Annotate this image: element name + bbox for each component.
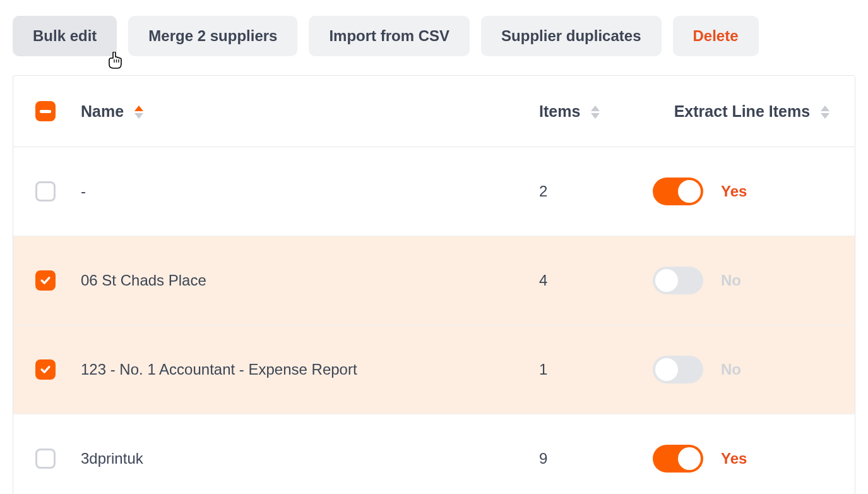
column-header-extract-label: Extract Line Items [674,102,810,120]
extract-toggle[interactable] [653,178,703,205]
column-header-items[interactable]: Items [526,76,653,147]
column-header-name-label: Name [81,102,124,120]
column-header-name[interactable]: Name [68,76,526,147]
minus-icon [40,110,51,113]
column-header-extract[interactable]: Extract Line Items [653,76,855,147]
extract-line-items-cell: No [653,267,842,294]
supplier-name: 06 St Chads Place [68,236,526,325]
supplier-name: 123 - No. 1 Accountant - Expense Report [68,325,526,414]
toolbar: Bulk edit Merge 2 suppliers Import from … [13,16,855,56]
table-row: 123 - No. 1 Accountant - Expense Report1… [13,325,855,414]
extract-toggle-label: Yes [721,183,747,200]
table-row: 3dprintuk9Yes [13,414,855,495]
table-row: 06 St Chads Place4No [13,236,855,325]
delete-button[interactable]: Delete [673,16,759,56]
row-checkbox[interactable] [35,359,56,380]
supplier-items-count: 9 [526,414,653,495]
table-row: -2Yes [13,147,855,236]
toggle-knob [678,447,701,470]
supplier-name: - [68,147,526,236]
extract-toggle[interactable] [653,267,703,294]
row-checkbox[interactable] [35,270,56,291]
toggle-knob [655,358,678,381]
bulk-edit-button[interactable]: Bulk edit [13,16,117,56]
sort-icon [134,105,143,119]
sort-icon [821,105,829,119]
select-all-checkbox[interactable] [35,101,56,121]
row-checkbox[interactable] [35,181,56,202]
extract-line-items-cell: No [653,356,842,383]
extract-line-items-cell: Yes [653,178,842,205]
supplier-items-count: 4 [526,236,653,325]
import-csv-button[interactable]: Import from CSV [309,16,470,56]
merge-suppliers-button[interactable]: Merge 2 suppliers [128,16,297,56]
check-icon [39,363,52,376]
extract-toggle[interactable] [653,445,703,473]
supplier-items-count: 2 [526,147,653,236]
extract-toggle-label: No [721,361,741,378]
supplier-duplicates-button[interactable]: Supplier duplicates [481,16,661,56]
suppliers-table: Name Items Extract Line Items [13,76,855,494]
toggle-knob [678,180,701,203]
row-checkbox[interactable] [35,449,56,469]
extract-toggle-label: Yes [721,450,747,467]
column-header-items-label: Items [539,102,580,120]
check-icon [39,274,52,287]
extract-line-items-cell: Yes [653,445,842,473]
supplier-items-count: 1 [526,325,653,414]
extract-toggle[interactable] [653,356,703,383]
suppliers-table-container: Name Items Extract Line Items [13,75,855,494]
supplier-name: 3dprintuk [68,414,526,495]
extract-toggle-label: No [721,272,741,289]
toggle-knob [655,269,678,292]
sort-icon [591,105,600,119]
